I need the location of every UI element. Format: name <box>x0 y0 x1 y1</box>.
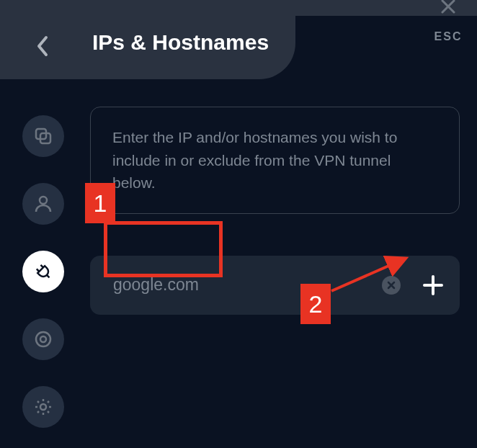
clear-input-button[interactable] <box>382 276 401 295</box>
svg-point-4 <box>40 336 46 342</box>
lifebuoy-icon <box>33 329 53 349</box>
close-icon <box>439 0 458 16</box>
hostname-input[interactable] <box>112 274 382 295</box>
esc-area: ESC <box>419 0 477 43</box>
header: IPs & Hostnames <box>0 0 295 79</box>
plug-icon <box>32 261 54 282</box>
sidebar-item-account[interactable] <box>22 183 64 225</box>
overlap-squares-icon <box>33 126 53 146</box>
plus-icon <box>421 273 445 297</box>
sidebar-item-connection[interactable] <box>22 251 64 292</box>
sidebar-item-apps[interactable] <box>22 115 64 157</box>
svg-point-5 <box>40 404 46 410</box>
content: Enter the IP and/or hostnames you wish t… <box>90 107 460 315</box>
sidebar-item-support[interactable] <box>22 318 64 360</box>
sidebar <box>22 115 65 428</box>
hostname-input-row <box>90 256 460 315</box>
svg-point-3 <box>36 332 50 346</box>
user-icon <box>33 194 53 214</box>
sidebar-item-settings[interactable] <box>22 386 64 428</box>
chevron-left-icon <box>35 35 50 58</box>
esc-label: ESC <box>419 30 477 43</box>
x-icon <box>386 280 396 290</box>
page-title: IPs & Hostnames <box>92 30 269 55</box>
close-button[interactable] <box>419 0 477 20</box>
svg-point-2 <box>40 197 47 204</box>
info-text: Enter the IP and/or hostnames you wish t… <box>90 107 460 214</box>
gear-icon <box>33 397 53 417</box>
back-button[interactable] <box>35 35 50 61</box>
add-button[interactable] <box>421 273 445 297</box>
